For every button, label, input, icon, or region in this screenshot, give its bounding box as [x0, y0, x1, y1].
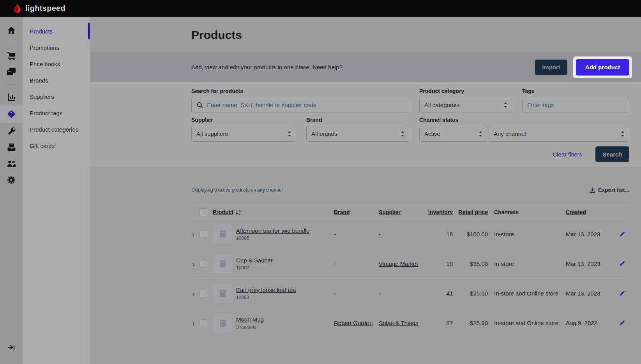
nav-settings-button[interactable] [0, 172, 23, 188]
row-checkbox[interactable] [200, 260, 207, 268]
sidebar-item-label: Price books [30, 61, 60, 67]
brand-cell[interactable]: Robert Gordon [334, 320, 373, 326]
nav-sell-button[interactable] [0, 47, 23, 64]
inventory-cell: 10 [426, 260, 453, 267]
product-placeholder-icon [220, 230, 226, 237]
sidebar-item-products[interactable]: Products [23, 23, 90, 39]
supplier-select[interactable]: All suppliers [191, 126, 296, 142]
pencil-icon [619, 260, 625, 267]
brand-cell: - [334, 231, 336, 237]
product-sku: 10005 [236, 236, 334, 241]
product-thumbnail [213, 254, 232, 274]
nav-setup-button[interactable] [0, 123, 23, 139]
import-button[interactable]: Import [535, 60, 567, 75]
page-subtitle: Add, view and edit your products in one … [191, 64, 343, 70]
select-all-checkbox[interactable] [200, 208, 207, 216]
tag-icon [6, 109, 16, 119]
select-spinner-icon [621, 131, 624, 137]
brand-cell: - [334, 260, 336, 267]
pencil-icon [619, 231, 625, 237]
page-title: Products [191, 28, 629, 42]
rail-divider [6, 84, 16, 85]
category-select[interactable]: All categories [419, 97, 512, 113]
channels-cell: In-store and Online store [488, 290, 566, 297]
product-name-link[interactable]: Afternoon tea for two bundle [236, 227, 309, 234]
nav-home-button[interactable] [0, 22, 23, 39]
search-button[interactable]: Search [595, 146, 629, 162]
sidebar-item-promotions[interactable]: Promotions [23, 39, 90, 56]
bar-chart-icon [7, 93, 16, 102]
nav-customers-button[interactable] [0, 155, 23, 172]
pencil-icon [619, 290, 625, 297]
nav-register-button[interactable] [0, 64, 23, 80]
edit-product-button[interactable] [619, 260, 625, 267]
partial-row [191, 338, 629, 355]
expand-row-button[interactable]: › [191, 319, 200, 327]
export-list-button[interactable]: Export list... [589, 187, 629, 193]
supplier-label: Supplier [191, 117, 296, 123]
inventory-cell: 87 [426, 320, 453, 326]
expand-row-button[interactable]: › [191, 260, 200, 268]
clear-filters-link[interactable]: Clear filters [553, 151, 582, 158]
sidebar-item-brands[interactable]: Brands [23, 72, 90, 88]
add-product-button[interactable]: Add product [576, 59, 629, 76]
brand-label: Brand [306, 117, 409, 123]
brand-select[interactable]: All brands [306, 126, 409, 142]
row-checkbox[interactable] [200, 290, 207, 297]
search-products-input[interactable] [207, 102, 404, 108]
created-cell: Mar 13, 2023 [566, 260, 612, 267]
channel-select-value: Any channel [494, 130, 526, 137]
product-placeholder-icon [220, 260, 226, 267]
search-field-wrap [191, 97, 409, 113]
sidebar-item-suppliers[interactable]: Suppliers [23, 88, 90, 105]
channel-status-label: Channel status [419, 117, 629, 123]
edit-product-button[interactable] [619, 231, 625, 237]
tags-label: Tags [522, 88, 629, 95]
column-header-supplier[interactable]: Supplier [379, 209, 426, 215]
channel-select[interactable]: Any channel [489, 126, 629, 142]
sidebar-item-gift-cards[interactable]: Gift cards [23, 137, 90, 154]
column-header-created[interactable]: Created [566, 209, 612, 215]
nav-reporting-button[interactable] [0, 89, 23, 106]
row-checkbox[interactable] [200, 319, 207, 327]
collapse-sidebar-button[interactable] [0, 341, 23, 353]
created-cell: Mar 13, 2023 [566, 231, 612, 237]
logo-wordmark: lightspeed [25, 4, 65, 13]
sidebar-item-label: Product tags [30, 110, 62, 116]
column-header-inventory[interactable]: Inventory [426, 209, 453, 215]
edit-product-button[interactable] [619, 290, 625, 297]
channels-cell: In-store [488, 231, 566, 237]
expand-row-button[interactable]: › [191, 230, 200, 238]
expand-row-button[interactable]: › [191, 290, 200, 297]
select-spinner-icon [401, 131, 404, 137]
supplier-cell[interactable]: Vintage Market [379, 260, 418, 267]
filter-panel: Search for products Product category All… [90, 82, 641, 167]
edit-product-button[interactable] [619, 320, 625, 326]
brand-cell: - [334, 290, 336, 297]
channel-status-select[interactable]: Active [419, 126, 487, 142]
channels-cell: In-store [488, 260, 566, 267]
product-name-link[interactable]: Cup & Saucer [236, 257, 272, 264]
top-bar: lightspeed [0, 0, 641, 17]
supplier-cell[interactable]: Sofas & Things [379, 320, 418, 326]
column-header-retail-price[interactable]: Retail price [453, 209, 488, 215]
sidebar-item-price-books[interactable]: Price books [23, 56, 90, 72]
column-header-brand[interactable]: Brand [334, 209, 379, 215]
svg-text:Z: Z [238, 213, 240, 215]
column-header-product[interactable]: Product AZ [213, 209, 334, 215]
table-row: › Moon Mug3 variants Robert Gordon Sofas… [191, 308, 629, 338]
sidebar-item-product-categories[interactable]: Product categories [23, 121, 90, 137]
icon-rail [0, 17, 23, 364]
results-summary: Displaying 9 active products on any chan… [191, 187, 283, 193]
nav-catalog-button[interactable] [0, 106, 23, 123]
product-name-link[interactable]: Moon Mug [236, 316, 264, 323]
lightspeed-logo[interactable]: lightspeed [13, 3, 65, 14]
need-help-link[interactable]: Need help? [313, 64, 343, 70]
channel-status-value: Active [424, 130, 440, 137]
row-checkbox[interactable] [200, 230, 207, 238]
tags-input[interactable] [527, 102, 624, 108]
nav-inventory-button[interactable] [0, 139, 23, 155]
wrench-icon [7, 126, 16, 136]
sidebar-item-product-tags[interactable]: Product tags [23, 105, 90, 121]
product-name-link[interactable]: Earl grey loose leaf tea [236, 287, 296, 293]
